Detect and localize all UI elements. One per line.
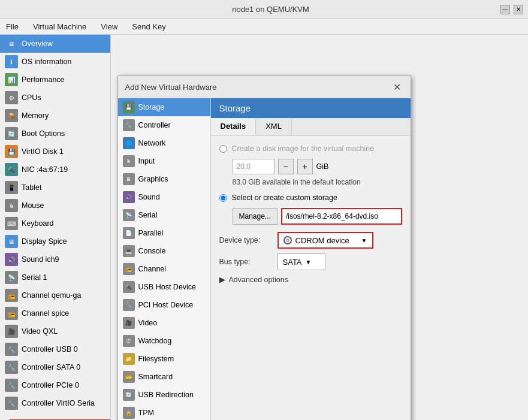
title-bar: node1 on QEMU/KVM — ✕ [0, 0, 528, 19]
hw-parallel-icon: 📄 [123, 227, 135, 239]
hw-watchdog-icon: ⏱ [123, 335, 135, 347]
hw-item-watchdog[interactable]: ⏱ Watchdog [118, 332, 210, 350]
advanced-options-toggle[interactable]: ▶ Advanced options [219, 275, 402, 284]
content-area: 🖥 Overview ℹ OS information 📊 Performanc… [0, 35, 528, 420]
dialog-close-button[interactable]: ✕ [391, 81, 403, 93]
hw-item-input[interactable]: 🖱 Input [118, 152, 210, 170]
hw-item-usb-host[interactable]: 🔌 USB Host Device [118, 278, 210, 296]
hw-item-network[interactable]: 🌐 Network [118, 134, 210, 152]
advanced-options-label: Advanced options [229, 276, 288, 284]
hw-graphics-icon: 🖥 [123, 173, 135, 185]
hw-usb-redir-icon: 🔄 [123, 389, 135, 401]
hw-item-pci-host[interactable]: 🔧 PCI Host Device [118, 296, 210, 314]
sidebar-item-overview[interactable]: 🖥 Overview [0, 35, 110, 53]
hw-network-icon: 🌐 [123, 137, 135, 149]
storage-panel-header: Storage [211, 98, 411, 118]
bus-type-row: Bus type: SATA ▼ [219, 253, 402, 270]
dialog-title-bar: Add New Virtual Hardware ✕ [118, 76, 411, 98]
disk-size-row: − + GiB [233, 159, 402, 174]
storage-form: Create a disk image for the virtual mach… [211, 136, 411, 420]
hw-channel-icon: 📻 [123, 263, 135, 275]
hw-sound-icon: 🔊 [123, 191, 135, 203]
dialog-hardware-list: 💾 Storage 🔧 Controller 🌐 Network 🖱 [118, 98, 211, 420]
hw-controller-icon: 🔧 [123, 119, 135, 131]
hw-item-storage[interactable]: 💾 Storage [118, 98, 210, 116]
hw-item-video[interactable]: 🎥 Video [118, 314, 210, 332]
create-disk-radio[interactable] [219, 145, 227, 153]
hw-item-smartcard[interactable]: 💳 Smartcard [118, 368, 210, 386]
hw-video-icon: 🎥 [123, 317, 135, 329]
hw-item-usb-redir[interactable]: 🔄 USB Redirection [118, 386, 210, 404]
bus-type-select[interactable]: SATA ▼ [277, 253, 325, 270]
overview-icon: 🖥 [5, 37, 18, 50]
bus-type-chevron: ▼ [306, 259, 312, 265]
hw-tpm-icon: 🔒 [123, 407, 135, 419]
add-hardware-dialog: Add New Virtual Hardware ✕ 💾 Storage 🔧 C… [117, 75, 411, 420]
hw-item-controller[interactable]: 🔧 Controller [118, 116, 210, 134]
create-disk-label: Create a disk image for the virtual mach… [232, 144, 375, 153]
menu-virtual-machine[interactable]: Virtual Machine [29, 21, 90, 32]
menu-bar: File Virtual Machine View Send Key [0, 19, 528, 35]
hw-item-sound[interactable]: 🔊 Sound [118, 188, 210, 206]
storage-tabs: Details XML [211, 118, 411, 136]
dialog-overlay: Add New Virtual Hardware ✕ 💾 Storage 🔧 C… [0, 70, 528, 420]
menu-view[interactable]: View [97, 21, 121, 32]
storage-path-input[interactable] [281, 208, 402, 225]
hw-storage-icon: 💾 [123, 101, 135, 113]
device-type-label-text: Device type: [219, 236, 270, 244]
disk-unit-label: GiB [316, 162, 329, 171]
window-title: node1 on QEMU/KVM [41, 5, 500, 14]
disk-size-minus-btn[interactable]: − [278, 159, 294, 174]
hw-item-channel[interactable]: 📻 Channel [118, 260, 210, 278]
device-type-chevron: ▼ [361, 237, 367, 244]
dialog-body: 💾 Storage 🔧 Controller 🌐 Network 🖱 [118, 98, 411, 420]
hw-pci-host-icon: 🔧 [123, 299, 135, 311]
bus-type-value: SATA [283, 258, 302, 267]
device-type-value: CDROM device [295, 236, 349, 245]
sidebar-item-os-info[interactable]: ℹ OS information [0, 53, 110, 71]
minimize-btn[interactable]: — [500, 5, 510, 14]
select-storage-row: Select or create custom storage [219, 194, 402, 202]
device-type-row: Device type: CDROM device ▼ [219, 232, 402, 249]
device-type-select[interactable]: CDROM device ▼ [277, 232, 373, 249]
select-storage-label: Select or create custom storage [232, 194, 337, 202]
main-window: node1 on QEMU/KVM — ✕ File Virtual Machi… [0, 0, 528, 420]
close-btn[interactable]: ✕ [514, 5, 523, 14]
hw-item-filesystem[interactable]: 📁 Filesystem [118, 350, 210, 368]
advanced-options-arrow: ▶ [219, 275, 225, 284]
hw-item-console[interactable]: 💻 Console [118, 242, 210, 260]
hw-item-serial[interactable]: 📡 Serial [118, 206, 210, 224]
hw-item-graphics[interactable]: 🖥 Graphics [118, 170, 210, 188]
hw-item-tpm[interactable]: 🔒 TPM [118, 404, 210, 420]
disk-size-plus-btn[interactable]: + [297, 159, 313, 174]
disk-available-label: 83.0 GiB available in the default locati… [233, 178, 402, 186]
bus-type-label-text: Bus type: [219, 258, 270, 266]
dialog-title: Add New Virtual Hardware [125, 83, 217, 92]
menu-send-key[interactable]: Send Key [128, 21, 169, 32]
tab-xml[interactable]: XML [256, 118, 292, 135]
select-storage-radio[interactable] [219, 194, 227, 202]
manage-button[interactable]: Manage... [233, 208, 277, 225]
hw-filesystem-icon: 📁 [123, 353, 135, 365]
os-info-icon: ℹ [5, 55, 18, 68]
hw-item-parallel[interactable]: 📄 Parallel [118, 224, 210, 242]
storage-detail-panel: Storage Details XML Create a disk image … [211, 98, 411, 420]
hw-usb-host-icon: 🔌 [123, 281, 135, 293]
menu-file[interactable]: File [2, 21, 22, 32]
hw-smartcard-icon: 💳 [123, 371, 135, 383]
create-disk-row: Create a disk image for the virtual mach… [219, 144, 402, 153]
tab-details[interactable]: Details [211, 118, 257, 135]
disk-size-input[interactable] [233, 159, 274, 174]
hw-console-icon: 💻 [123, 245, 135, 257]
hw-serial-icon: 📡 [123, 209, 135, 221]
hw-input-icon: 🖱 [123, 155, 135, 167]
